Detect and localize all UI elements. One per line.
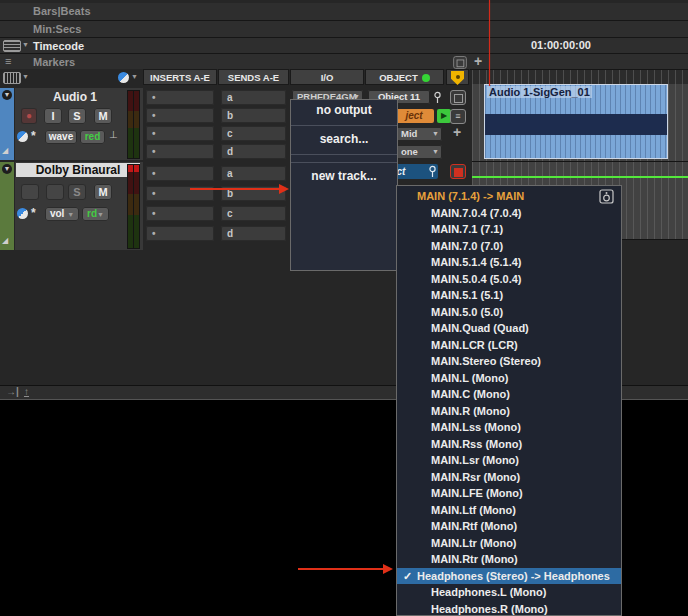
submenu-item[interactable]: ✓ MAIN.7.1 (7.1) xyxy=(397,221,621,238)
submenu-item[interactable]: ✓ MAIN.L (Mono) xyxy=(397,370,621,387)
submenu-item[interactable]: ✓ MAIN.Lsr (Mono) xyxy=(397,452,621,469)
submenu-item[interactable]: ✓ MAIN.7.0.4 (7.0.4) xyxy=(397,205,621,222)
submenu-item[interactable]: ✓ Headphones.R (Mono) xyxy=(397,601,621,616)
track1-object-pin-icon[interactable] xyxy=(433,91,442,104)
send-slot[interactable]: a xyxy=(221,90,286,105)
track1-mute-button[interactable]: M xyxy=(94,108,112,124)
submenu-item[interactable]: ✓ MAIN.5.1 (5.1) xyxy=(397,287,621,304)
ruler-view-caret-icon[interactable]: ▼ xyxy=(22,41,29,48)
inserts-column-header[interactable]: INSERTS A-E xyxy=(143,69,217,85)
track2-view-selector[interactable]: vol ▼ xyxy=(45,207,79,221)
submenu-item[interactable]: ✓ MAIN.Rtr (Mono) xyxy=(397,551,621,568)
track1-record-button[interactable]: ● xyxy=(21,108,37,124)
track1-elastic-audio-icon[interactable] xyxy=(17,131,28,142)
submenu-item[interactable]: ✓ Headphones.L (Mono) xyxy=(397,584,621,601)
ruler-view-icon[interactable] xyxy=(3,40,21,52)
timeline-tick-strip[interactable] xyxy=(472,70,688,84)
submenu-item[interactable]: ✓ MAIN (7.1.4) -> MAIN xyxy=(397,188,621,205)
send-slot[interactable]: d xyxy=(221,144,286,159)
submenu-item[interactable]: ✓ MAIN.LFE (Mono) xyxy=(397,485,621,502)
submenu-item[interactable]: ✓ MAIN.5.0.4 (5.0.4) xyxy=(397,271,621,288)
audio-clip[interactable]: Audio 1-SigGen_01 xyxy=(484,84,668,159)
track1-solo-button[interactable]: S xyxy=(68,108,86,124)
waveform-view-icon[interactable] xyxy=(118,72,129,83)
add-marker-button[interactable]: + xyxy=(474,53,482,69)
ruler-timecode[interactable]: ▼ Timecode 01:00:00:00 xyxy=(0,38,688,54)
track1-object-list-button[interactable]: ≡ xyxy=(450,109,466,124)
track1-collapse-icon[interactable]: ▼ xyxy=(2,90,12,100)
send-slot[interactable]: c xyxy=(221,206,286,221)
submenu-item[interactable]: ✓ MAIN.5.0 (5.0) xyxy=(397,304,621,321)
menu-item[interactable]: • new track... › xyxy=(291,166,397,187)
insert-slot[interactable]: • xyxy=(146,126,214,141)
menu-item[interactable]: • › xyxy=(291,158,397,166)
submenu-item[interactable]: ✓ MAIN.Quad (Quad) xyxy=(397,320,621,337)
insert-slot[interactable]: • xyxy=(146,226,214,241)
ruler-bars-beats[interactable]: Bars|Beats xyxy=(0,3,688,21)
track2-object-record-button[interactable] xyxy=(450,164,466,179)
menu-item[interactable]: • no output › xyxy=(291,100,397,121)
waveform-view-caret-icon[interactable]: ▼ xyxy=(131,73,138,80)
track2-automation-mode[interactable]: rd▼ xyxy=(82,207,109,221)
submenu-item[interactable]: ✓ MAIN.Rtf (Mono) xyxy=(397,518,621,535)
track1-output-window-button[interactable] xyxy=(450,90,466,105)
send-slot[interactable]: d xyxy=(221,226,286,241)
track-view-icon[interactable] xyxy=(3,72,21,84)
track1-view-selector[interactable]: wave xyxy=(45,130,77,144)
submenu-item[interactable]: ✓ MAIN.C (Mono) xyxy=(397,386,621,403)
track2-freeze-icon[interactable]: * xyxy=(31,206,36,220)
track2-solo-button[interactable]: S xyxy=(68,184,86,200)
io-column-header[interactable]: I/O xyxy=(290,69,364,85)
track1-color-strip[interactable]: ▼ ◢ xyxy=(0,88,14,160)
track2-elastic-audio-icon[interactable] xyxy=(17,208,28,219)
track1-object-output-selector[interactable]: one▼ xyxy=(396,145,442,159)
submenu-item[interactable]: ✓ Headphones (Stereo) -> Headphones xyxy=(397,568,621,585)
track2-input-placeholder[interactable] xyxy=(46,184,64,200)
menu-item[interactable]: • › xyxy=(291,150,397,158)
insert-slot[interactable]: • xyxy=(146,144,214,159)
track1-output-window-icon[interactable]: ⊥ xyxy=(109,129,118,140)
menu-item[interactable]: • search... › xyxy=(291,129,397,150)
object-badge-column-header[interactable] xyxy=(446,69,469,85)
track1-pan-selector[interactable]: Mid▼ xyxy=(396,127,442,141)
ruler-markers[interactable]: ≡ Markers + xyxy=(0,54,688,70)
track1-resize-icon[interactable]: ◢ xyxy=(2,146,8,155)
marker-window-icon[interactable] xyxy=(453,56,467,69)
object-column-header[interactable]: OBJECT xyxy=(365,69,444,85)
insert-slot[interactable]: • xyxy=(146,206,214,221)
send-slot[interactable]: c xyxy=(221,126,286,141)
tab-to-transient-icon[interactable]: →| xyxy=(6,386,19,397)
track1-input-monitor-button[interactable]: I xyxy=(44,108,62,124)
submenu-item[interactable]: ✓ MAIN.Rsr (Mono) xyxy=(397,469,621,486)
submenu-item[interactable]: ✓ MAIN.R (Mono) xyxy=(397,403,621,420)
playhead-cursor[interactable] xyxy=(489,0,490,86)
submenu-item[interactable]: ✓ MAIN.Ltr (Mono) xyxy=(397,535,621,552)
insert-slot[interactable]: • xyxy=(146,90,214,105)
track1-add-button[interactable]: + xyxy=(453,124,461,140)
submenu-item[interactable]: ✓ MAIN.7.0 (7.0) xyxy=(397,238,621,255)
track2-resize-icon[interactable]: ◢ xyxy=(2,236,8,245)
track-view-caret-icon[interactable]: ▼ xyxy=(22,73,29,80)
track1-automation-mode[interactable]: red xyxy=(80,130,105,144)
send-slot[interactable]: a xyxy=(221,166,286,181)
submenu-item[interactable]: ✓ MAIN.Lss (Mono) xyxy=(397,419,621,436)
ruler-min-secs[interactable]: Min:Secs xyxy=(0,21,688,38)
submenu-item[interactable]: ✓ MAIN.Rss (Mono) xyxy=(397,436,621,453)
track1-name[interactable]: Audio 1 xyxy=(16,90,134,104)
insert-slot[interactable]: • xyxy=(146,166,214,181)
track1-object-badge[interactable]: ject xyxy=(394,109,434,123)
submenu-item[interactable]: ✓ MAIN.LCR (LCR) xyxy=(397,337,621,354)
track2-mute-button[interactable]: M xyxy=(94,184,112,200)
submenu-item[interactable]: ✓ MAIN.Stereo (Stereo) xyxy=(397,353,621,370)
track1-object-play-button[interactable]: ▶ xyxy=(437,109,451,123)
track2-name[interactable]: Dolby Binaural xyxy=(16,163,140,177)
menu-item[interactable]: • › xyxy=(291,121,397,129)
volume-automation-line[interactable] xyxy=(472,176,688,178)
track2-object-pin-icon[interactable] xyxy=(428,165,437,178)
track1-freeze-icon[interactable]: * xyxy=(31,129,36,143)
markers-list-icon[interactable]: ≡ xyxy=(5,55,11,67)
track2-collapse-icon[interactable]: ▼ xyxy=(2,164,12,174)
track2-record-placeholder[interactable] xyxy=(21,184,39,200)
submenu-item[interactable]: ✓ MAIN.5.1.4 (5.1.4) xyxy=(397,254,621,271)
send-slot[interactable]: b xyxy=(221,108,286,123)
